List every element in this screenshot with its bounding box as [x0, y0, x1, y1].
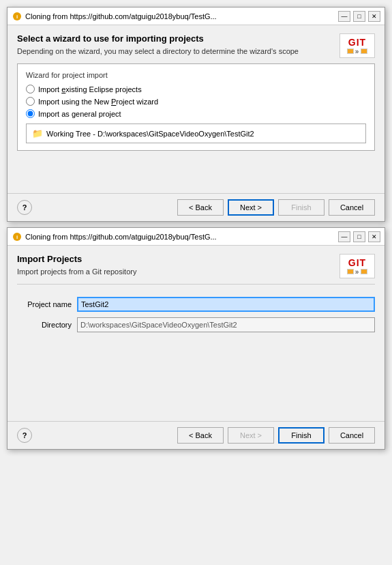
radio-general-project-label: Import as general project [38, 110, 121, 118]
directory-input[interactable] [77, 317, 375, 332]
git-logo-arrow: » [355, 48, 360, 55]
dialog1-title-buttons: — □ ✕ [338, 11, 380, 22]
folder-icon: 📁 [32, 128, 43, 139]
dialog1-heading: Select a wizard to use for importing pro… [17, 33, 334, 44]
dialog1-help-button[interactable]: ? [17, 200, 32, 215]
dialog2-cancel-button[interactable]: Cancel [329, 427, 375, 444]
dialog1-maximize-button[interactable]: □ [353, 11, 365, 22]
directory-row: Directory [17, 317, 375, 332]
git-logo-decoration: » [340, 48, 374, 55]
project-name-label: Project name [17, 300, 72, 308]
project-name-row: Project name [17, 297, 375, 312]
dialog1-spacer [17, 158, 375, 185]
git2-logo-box2 [361, 269, 367, 274]
dialog1-subtitle: Depending on the wizard, you may select … [17, 46, 334, 57]
dialog1-header: Select a wizard to use for importing pro… [17, 33, 375, 58]
dialog2-heading: Import Projects [17, 254, 334, 264]
radio-import-existing[interactable] [26, 85, 35, 93]
dialog2-maximize-button[interactable]: □ [353, 231, 365, 242]
dialog2-icon: i [12, 231, 22, 242]
git2-logo-decoration: » [340, 268, 374, 276]
dialog1-next-button[interactable]: Next > [228, 199, 274, 216]
dialog1: i Cloning from https://github.com/atguig… [7, 7, 385, 222]
git-logo-box1 [347, 48, 354, 54]
dialog2-next-button[interactable]: Next > [228, 427, 274, 444]
dialog2-help-button[interactable]: ? [17, 428, 32, 443]
dialog2-header-text: Import Projects Import projects from a G… [17, 254, 334, 277]
dialog1-cancel-button[interactable]: Cancel [329, 199, 375, 216]
radio-new-project[interactable] [26, 97, 35, 106]
dialog2-minimize-button[interactable]: — [338, 231, 350, 242]
radio-new-project-label: Import using the New Project wizard [38, 98, 158, 106]
dialog1-header-text: Select a wizard to use for importing pro… [17, 33, 334, 57]
radio-option-3[interactable]: Import as general project [26, 109, 366, 118]
title-bar-2: i Cloning from https://github.com/atguig… [7, 228, 385, 246]
radio-option-1[interactable]: Import existing Eclipse projects [26, 85, 366, 93]
wizard-box-title: Wizard for project import [26, 71, 366, 79]
radio-general-project[interactable] [26, 109, 35, 118]
working-tree-box: 📁 Working Tree - D:\workspaces\GitSpaceV… [26, 124, 366, 143]
dialog2-spacer [17, 345, 375, 413]
git2-logo-arrow: » [355, 268, 360, 276]
title-bar-1: i Cloning from https://github.com/atguig… [7, 8, 385, 25]
dialog1-minimize-button[interactable]: — [338, 11, 350, 22]
dialog2-back-button[interactable]: < Back [177, 427, 224, 444]
dialog2-close-button[interactable]: ✕ [368, 231, 380, 242]
radio-option-2[interactable]: Import using the New Project wizard [26, 97, 366, 106]
svg-text:i: i [16, 14, 18, 20]
dialog1-git-logo: GIT » [340, 33, 375, 58]
dialog2-title-buttons: — □ ✕ [338, 231, 380, 242]
project-name-input[interactable] [77, 297, 375, 312]
dialog2-body: Import Projects Import projects from a G… [7, 246, 385, 421]
radio-import-existing-label: Import existing Eclipse projects [38, 85, 142, 93]
dialog2-footer: ? < Back Next > Finish Cancel [7, 421, 385, 449]
dialog1-body: Select a wizard to use for importing pro… [7, 25, 385, 193]
dialog2-divider [17, 284, 375, 285]
dialog1-finish-button[interactable]: Finish [278, 199, 325, 216]
dialog1-back-button[interactable]: < Back [177, 199, 224, 216]
dialog2-git-logo: GIT » [340, 254, 375, 278]
dialog2-header: Import Projects Import projects from a G… [17, 254, 375, 278]
dialog1-icon: i [12, 11, 22, 22]
dialog1-close-button[interactable]: ✕ [368, 11, 380, 22]
dialog2-subtitle: Import projects from a Git repository [17, 267, 334, 277]
dialog1-title: Cloning from https://github.com/atguigu2… [25, 12, 335, 20]
git2-logo-box1 [347, 269, 354, 274]
dialog2-finish-button[interactable]: Finish [278, 427, 325, 444]
wizard-box: Wizard for project import Import existin… [17, 63, 375, 151]
dialog2-form: Project name Directory [17, 290, 375, 345]
svg-text:i: i [16, 234, 18, 240]
git-logo-box2 [361, 48, 367, 54]
directory-label: Directory [17, 321, 72, 329]
working-tree-text: Working Tree - D:\workspaces\GitSpaceVid… [46, 130, 254, 138]
dialog2: i Cloning from https://github.com/atguig… [7, 227, 385, 450]
dialog2-title: Cloning from https://github.com/atguigu2… [25, 233, 335, 241]
dialog1-footer: ? < Back Next > Finish Cancel [7, 193, 385, 221]
